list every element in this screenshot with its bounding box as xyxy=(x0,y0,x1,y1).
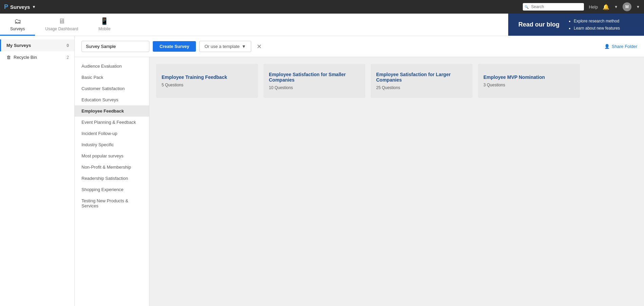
search-wrap xyxy=(523,3,584,11)
app-title-dropdown[interactable]: ▼ xyxy=(32,5,36,9)
blog-banner-title: Read our blog xyxy=(518,21,559,28)
blog-banner-item-2: Learn about new features xyxy=(574,25,620,32)
template-title-3: Employee MVP Nomination xyxy=(483,74,574,80)
category-non-profit[interactable]: Non-Profit & Membership xyxy=(75,162,149,173)
category-basic-pack[interactable]: Basic Pack xyxy=(75,72,149,83)
create-survey-button[interactable]: Create Survey xyxy=(153,41,196,52)
user-dropdown[interactable]: ▼ xyxy=(636,5,640,9)
blog-banner-list: Explore research method Learn about new … xyxy=(568,18,620,32)
tab-bar: 🗂 Surveys 🖥 Usage Dashboard 📱 Mobile Rea… xyxy=(0,14,644,36)
tab-mobile-label: Mobile xyxy=(98,27,110,31)
blog-banner[interactable]: Read our blog Explore research method Le… xyxy=(508,14,644,36)
blog-banner-item-1: Explore research method xyxy=(574,18,620,24)
survey-name-input[interactable] xyxy=(81,41,149,52)
template-questions-2: 25 Questions xyxy=(376,85,467,90)
top-nav: P Surveys ▼ Help 🔔 ▼ M ▼ xyxy=(0,0,644,14)
dashboard-icon: 🖥 xyxy=(58,17,65,25)
tab-surveys[interactable]: 🗂 Surveys xyxy=(0,14,35,36)
category-audience-evaluation[interactable]: Audience Evaluation xyxy=(75,61,149,72)
share-folder-button[interactable]: 👤 Share Folder xyxy=(604,44,637,49)
template-title-1: Employee Satisfaction for Smaller Compan… xyxy=(269,72,360,83)
tab-usage-dashboard[interactable]: 🖥 Usage Dashboard xyxy=(35,14,88,36)
bell-dropdown[interactable]: ▼ xyxy=(614,5,618,9)
top-nav-left: P Surveys ▼ xyxy=(4,3,36,11)
right-panel: Create Survey Or use a template ▼ ✕ 👤 Sh… xyxy=(75,36,644,306)
template-card-employee-mvp[interactable]: Employee MVP Nomination 3 Questions xyxy=(478,64,580,98)
template-card-employee-satisfaction-large[interactable]: Employee Satisfaction for Larger Compani… xyxy=(371,64,473,98)
search-input[interactable] xyxy=(523,3,584,11)
top-nav-right: Help 🔔 ▼ M ▼ xyxy=(523,2,640,11)
template-area: Audience Evaluation Basic Pack Customer … xyxy=(75,57,644,306)
my-surveys-label: My Surveys xyxy=(6,43,31,48)
category-readership[interactable]: Readership Satisfaction xyxy=(75,173,149,184)
share-folder-label: Share Folder xyxy=(612,44,637,49)
category-most-popular[interactable]: Most popular surveys xyxy=(75,150,149,162)
category-testing-new[interactable]: Testing New Products & Services xyxy=(75,195,149,211)
user-avatar[interactable]: M xyxy=(623,2,631,11)
category-industry-specific[interactable]: Industry Specific xyxy=(75,139,149,150)
close-button[interactable]: ✕ xyxy=(255,43,264,50)
action-bar-left: Create Survey Or use a template ▼ ✕ xyxy=(81,41,264,52)
template-questions-3: 3 Questions xyxy=(483,83,574,87)
category-employee-feedback[interactable]: Employee Feedback xyxy=(75,105,149,117)
tab-bar-left: 🗂 Surveys 🖥 Usage Dashboard 📱 Mobile xyxy=(0,14,508,36)
tab-dashboard-label: Usage Dashboard xyxy=(45,27,78,31)
template-dropdown-icon: ▼ xyxy=(242,44,246,49)
template-card-employee-training[interactable]: Employee Training Feedback 5 Questions xyxy=(156,64,258,98)
recycle-bin-count: 2 xyxy=(67,55,69,60)
template-categories: Audience Evaluation Basic Pack Customer … xyxy=(75,57,149,306)
app-logo: P xyxy=(4,3,8,11)
help-link[interactable]: Help xyxy=(589,4,598,10)
notifications-bell[interactable]: 🔔 xyxy=(603,4,609,10)
sidebar: My Surveys 0 🗑 Recycle Bin 2 xyxy=(0,36,75,306)
surveys-icon: 🗂 xyxy=(14,17,21,25)
mobile-icon: 📱 xyxy=(100,17,109,25)
category-customer-satisfaction[interactable]: Customer Satisfaction xyxy=(75,83,149,94)
app-title: Surveys xyxy=(10,4,30,10)
sidebar-recycle-left: 🗑 Recycle Bin xyxy=(6,55,37,60)
category-incident-followup[interactable]: Incident Follow-up xyxy=(75,128,149,139)
recycle-bin-label: Recycle Bin xyxy=(14,55,37,60)
use-template-button[interactable]: Or use a template ▼ xyxy=(199,41,251,52)
trash-icon: 🗑 xyxy=(6,55,11,60)
category-shopping[interactable]: Shopping Experience xyxy=(75,184,149,195)
share-folder-icon: 👤 xyxy=(604,44,610,49)
tab-surveys-label: Surveys xyxy=(10,27,25,31)
template-cards: Employee Training Feedback 5 Questions E… xyxy=(149,57,644,306)
category-education-surveys[interactable]: Education Surveys xyxy=(75,94,149,105)
sidebar-item-recycle-bin[interactable]: 🗑 Recycle Bin 2 xyxy=(0,51,74,63)
category-event-planning[interactable]: Event Planning & Feedback xyxy=(75,117,149,128)
action-bar: Create Survey Or use a template ▼ ✕ 👤 Sh… xyxy=(75,36,644,57)
template-questions-1: 10 Questions xyxy=(269,85,360,90)
template-card-employee-satisfaction-small[interactable]: Employee Satisfaction for Smaller Compan… xyxy=(263,64,365,98)
my-surveys-count: 0 xyxy=(67,43,69,48)
template-title-2: Employee Satisfaction for Larger Compani… xyxy=(376,72,467,83)
template-title-0: Employee Training Feedback xyxy=(162,74,253,80)
tab-mobile[interactable]: 📱 Mobile xyxy=(88,14,121,36)
sidebar-item-my-surveys[interactable]: My Surveys 0 xyxy=(0,39,74,51)
use-template-label: Or use a template xyxy=(204,44,239,49)
sidebar-my-surveys-left: My Surveys xyxy=(6,43,31,48)
template-questions-0: 5 Questions xyxy=(162,83,253,87)
